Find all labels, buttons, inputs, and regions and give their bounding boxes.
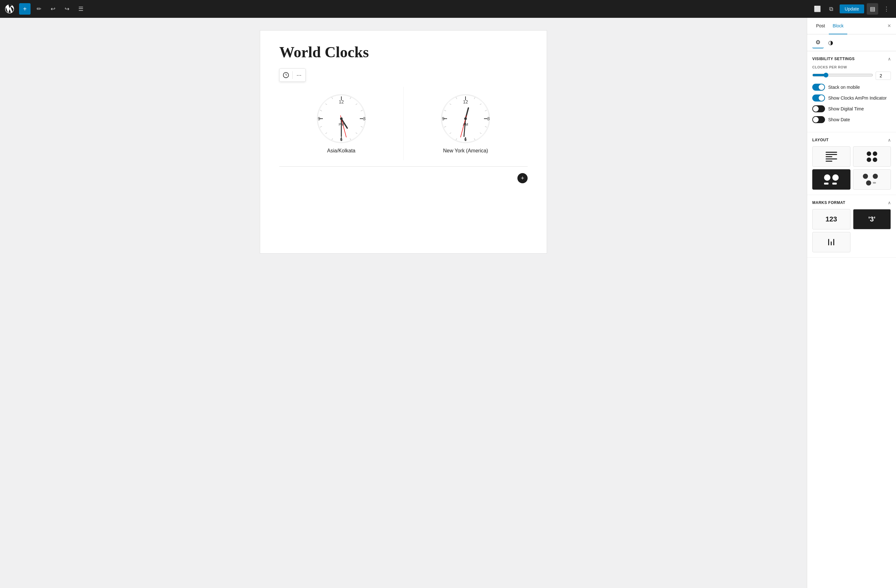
tab-block[interactable]: Block [829, 18, 847, 34]
dot-a [863, 174, 868, 179]
svg-text:PM: PM [339, 123, 344, 126]
layout-large-dots-icon [824, 174, 839, 185]
stack-on-mobile-row: Stack on mobile [812, 84, 891, 91]
block-type-icon-button[interactable] [281, 70, 291, 80]
marks-collapse-icon: ∧ [888, 200, 891, 205]
tab-post[interactable]: Post [812, 18, 829, 34]
gear-icon: ⚙ [815, 39, 821, 46]
line-stub [873, 182, 876, 184]
visibility-settings-section: Visibility Settings ∧ CLOCKS PER ROW 2 S… [807, 51, 896, 132]
block-more-options-button[interactable]: ⋯ [294, 70, 304, 80]
add-block-button[interactable]: + [19, 3, 30, 15]
view-post-button[interactable]: ⧉ [826, 3, 837, 15]
add-block-row: + [279, 173, 527, 183]
add-block-circle-button[interactable]: + [517, 173, 527, 183]
more-tools-button[interactable]: ⋮ [881, 3, 892, 15]
show-date-row: Show Date [812, 116, 891, 123]
undo-button[interactable]: ↩ [47, 3, 59, 15]
clocks-per-row-slider-container [812, 73, 873, 79]
marks-numbers-label: 123 [825, 215, 837, 223]
show-ampm-row: Show Clocks AmPm Indicator [812, 94, 891, 102]
layout-section-header[interactable]: Layout ∧ [812, 137, 891, 143]
dot-2 [873, 152, 877, 156]
svg-text:3: 3 [487, 116, 490, 121]
layout-line-3 [826, 156, 833, 157]
update-button[interactable]: Update [840, 5, 864, 14]
layout-line-1 [826, 152, 837, 153]
dot-1 [867, 152, 871, 156]
layout-line-5 [826, 161, 833, 162]
marks-option-numbers[interactable]: 123 [812, 209, 850, 229]
list-icon: ☰ [78, 5, 84, 12]
toolbar-divider [292, 71, 293, 79]
svg-text:6: 6 [340, 137, 343, 142]
visibility-collapse-icon: ∧ [888, 56, 891, 61]
clocks-per-row-row: 2 [812, 71, 891, 80]
main-layout: World Clocks ⋯ [0, 18, 896, 588]
show-ampm-label: Show Clocks AmPm Indicator [828, 96, 887, 100]
svg-point-29 [340, 117, 343, 120]
dot-3 [867, 158, 871, 162]
visibility-section-title: Visibility Settings [812, 57, 855, 61]
layout-line-2 [826, 154, 837, 155]
preview-button[interactable]: ⬜ [812, 3, 823, 15]
clock-label-1: Asia/Kolkata [327, 148, 355, 154]
layout-collapse-icon: ∧ [888, 137, 891, 143]
layout-section: Layout ∧ [807, 132, 896, 195]
clock-svg-new-york: 12 3 6 9 AM [440, 93, 491, 144]
marks-section-header[interactable]: Marks Format ∧ [812, 200, 891, 205]
pencil-icon: ✏ [37, 5, 41, 12]
large-dot-1 [824, 174, 830, 181]
style-icon-tab[interactable]: ◑ [825, 37, 837, 49]
redo-button[interactable]: ↪ [61, 3, 73, 15]
show-digital-time-toggle[interactable] [812, 105, 825, 112]
svg-text:9: 9 [442, 116, 445, 121]
layout-line-4 [826, 158, 837, 160]
sidebar-toggle-button[interactable]: ▤ [867, 3, 878, 15]
marks-option-ticks[interactable] [812, 232, 850, 252]
svg-text:AM: AM [463, 123, 468, 126]
editor-content: World Clocks ⋯ [260, 30, 547, 253]
clock-label-2: New York (America) [443, 148, 488, 154]
layout-option-2[interactable] [853, 146, 891, 167]
visibility-section-header[interactable]: Visibility Settings ∧ [812, 56, 891, 61]
svg-text:6: 6 [464, 137, 467, 142]
clock-svg-asia-kolkata: 12 3 6 9 PM [316, 93, 367, 144]
svg-text:9: 9 [318, 116, 320, 121]
show-digital-time-row: Show Digital Time [812, 105, 891, 112]
tools-button[interactable]: ✏ [33, 3, 44, 15]
layout-option-4[interactable] [853, 169, 891, 190]
tick-tall-1 [828, 239, 829, 245]
marks-format-section: Marks Format ∧ 123 '3' [807, 195, 896, 258]
undo-icon: ↩ [50, 5, 55, 12]
layout-option-1[interactable] [812, 146, 850, 167]
layout-3-dots-icon [863, 174, 881, 185]
dot-4 [873, 158, 877, 162]
stack-on-mobile-toggle[interactable] [812, 84, 825, 91]
tick-short-1 [831, 242, 832, 245]
marks-option-quoted[interactable]: '3' [853, 209, 891, 229]
show-date-toggle[interactable] [812, 116, 825, 123]
text-stub-2 [832, 182, 837, 185]
stack-on-mobile-label: Stack on mobile [828, 85, 860, 90]
clocks-per-row-input[interactable]: 2 [876, 71, 891, 80]
settings-icon-tab[interactable]: ⚙ [812, 37, 824, 49]
clock-item: 12 3 6 9 PM [279, 87, 404, 160]
svg-point-56 [464, 117, 467, 120]
clock-block-icon [283, 72, 289, 78]
layout-option-3[interactable] [812, 169, 850, 190]
redo-icon: ↪ [65, 5, 69, 12]
marks-section-title: Marks Format [812, 201, 846, 205]
three-dots-icon: ⋯ [296, 72, 302, 78]
page-title: World Clocks [279, 43, 527, 61]
sidebar: Post Block × ⚙ ◑ Visibility Settings ∧ C… [807, 18, 896, 588]
show-digital-time-label: Show Digital Time [828, 106, 864, 111]
layout-lines-icon [826, 152, 837, 162]
sidebar-close-button[interactable]: × [887, 23, 891, 29]
svg-text:3: 3 [363, 116, 366, 121]
show-ampm-toggle[interactable] [812, 94, 825, 102]
clocks-per-row-slider[interactable] [812, 73, 873, 77]
clocks-container: 12 3 6 9 PM [279, 87, 527, 167]
document-overview-button[interactable]: ☰ [75, 3, 87, 15]
tick-tall-2 [833, 239, 834, 245]
